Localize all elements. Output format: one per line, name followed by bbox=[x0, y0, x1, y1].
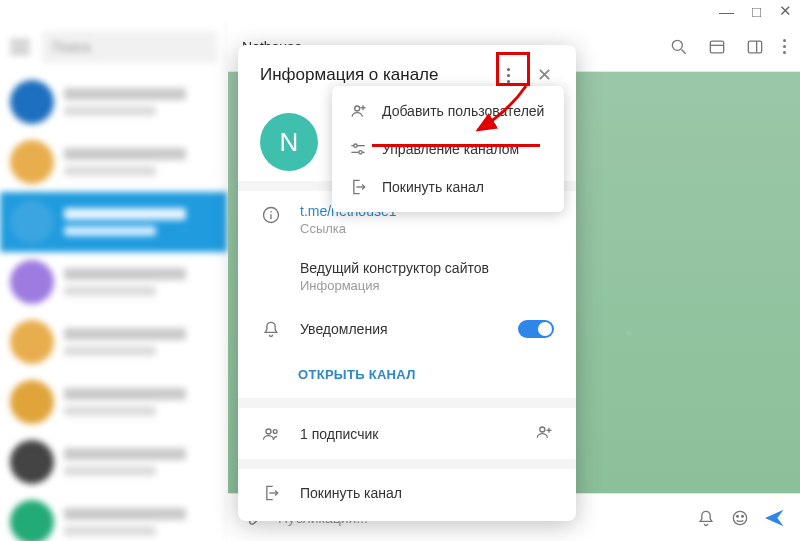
leave-channel-label: Покинуть канал bbox=[300, 485, 402, 501]
leave-icon bbox=[260, 483, 282, 503]
svg-line-1 bbox=[682, 49, 686, 53]
notifications-toggle[interactable] bbox=[518, 320, 554, 338]
menu-manage-channel-label: Управление каналом bbox=[382, 141, 519, 157]
menu-add-users-label: Добавить пользователей bbox=[382, 103, 544, 119]
channel-description: Ведущий конструктор сайтов bbox=[300, 260, 554, 276]
notifications-row[interactable]: Уведомления bbox=[238, 305, 576, 353]
window-minimize-button[interactable]: — bbox=[719, 3, 734, 20]
leave-channel-row[interactable]: Покинуть канал bbox=[238, 469, 576, 521]
more-vertical-icon bbox=[507, 68, 510, 83]
svg-point-8 bbox=[742, 515, 744, 517]
menu-leave-channel-label: Покинуть канал bbox=[382, 179, 484, 195]
menu-manage-channel[interactable]: Управление каналом bbox=[332, 130, 564, 168]
window-maximize-button[interactable]: □ bbox=[752, 3, 761, 20]
modal-close-button[interactable]: ✕ bbox=[530, 61, 558, 89]
svg-point-6 bbox=[733, 511, 746, 524]
people-icon bbox=[260, 424, 282, 444]
chat-item[interactable] bbox=[0, 432, 227, 492]
more-icon[interactable] bbox=[783, 37, 786, 57]
search-placeholder: Поиск bbox=[52, 39, 91, 55]
search-icon[interactable] bbox=[669, 37, 689, 57]
info-icon bbox=[260, 203, 282, 225]
search-input[interactable]: Поиск bbox=[42, 31, 217, 63]
layout-icon[interactable] bbox=[707, 37, 727, 57]
send-icon[interactable] bbox=[764, 508, 784, 528]
subscribers-row[interactable]: 1 подписчик bbox=[238, 408, 576, 459]
bell-icon[interactable] bbox=[696, 508, 716, 528]
menu-icon[interactable] bbox=[10, 40, 30, 54]
more-dropdown: Добавить пользователей Управление канало… bbox=[332, 86, 564, 212]
subscribers-count: 1 подписчик bbox=[300, 426, 378, 442]
chat-item[interactable] bbox=[0, 252, 227, 312]
add-user-icon bbox=[348, 101, 368, 121]
svg-point-0 bbox=[672, 40, 682, 50]
modal-more-button[interactable] bbox=[494, 61, 522, 89]
svg-point-21 bbox=[354, 144, 357, 147]
chat-list bbox=[0, 72, 227, 541]
svg-point-14 bbox=[540, 427, 545, 432]
add-member-icon[interactable] bbox=[534, 422, 554, 445]
svg-point-17 bbox=[355, 106, 360, 111]
svg-rect-4 bbox=[748, 41, 761, 53]
svg-point-13 bbox=[273, 429, 277, 433]
svg-point-12 bbox=[266, 429, 271, 434]
modal-title: Информация о канале bbox=[260, 65, 438, 85]
notifications-label: Уведомления bbox=[300, 321, 500, 337]
chat-item[interactable] bbox=[0, 132, 227, 192]
channel-avatar: N bbox=[260, 113, 318, 171]
settings-sliders-icon bbox=[348, 139, 368, 159]
emoji-icon[interactable] bbox=[730, 508, 750, 528]
chat-item[interactable] bbox=[0, 372, 227, 432]
window-titlebar: — □ ✕ bbox=[0, 0, 800, 22]
svg-point-7 bbox=[737, 515, 739, 517]
chat-item[interactable] bbox=[0, 192, 227, 252]
chat-item[interactable] bbox=[0, 492, 227, 541]
leave-icon bbox=[348, 177, 368, 197]
svg-rect-2 bbox=[710, 41, 723, 53]
channel-description-row: Ведущий конструктор сайтов Информация bbox=[238, 248, 576, 305]
bell-icon bbox=[260, 319, 282, 339]
sidebar: Поиск bbox=[0, 22, 228, 541]
svg-point-23 bbox=[359, 151, 362, 154]
menu-add-users[interactable]: Добавить пользователей bbox=[332, 92, 564, 130]
open-channel-button[interactable]: ОТКРЫТЬ КАНАЛ bbox=[238, 353, 576, 398]
description-label: Информация bbox=[300, 278, 554, 293]
sidepanel-icon[interactable] bbox=[745, 37, 765, 57]
link-label: Ссылка bbox=[300, 221, 554, 236]
svg-point-11 bbox=[270, 211, 272, 213]
window-close-button[interactable]: ✕ bbox=[779, 2, 792, 20]
chat-item[interactable] bbox=[0, 72, 227, 132]
menu-leave-channel[interactable]: Покинуть канал bbox=[332, 168, 564, 206]
chat-item[interactable] bbox=[0, 312, 227, 372]
